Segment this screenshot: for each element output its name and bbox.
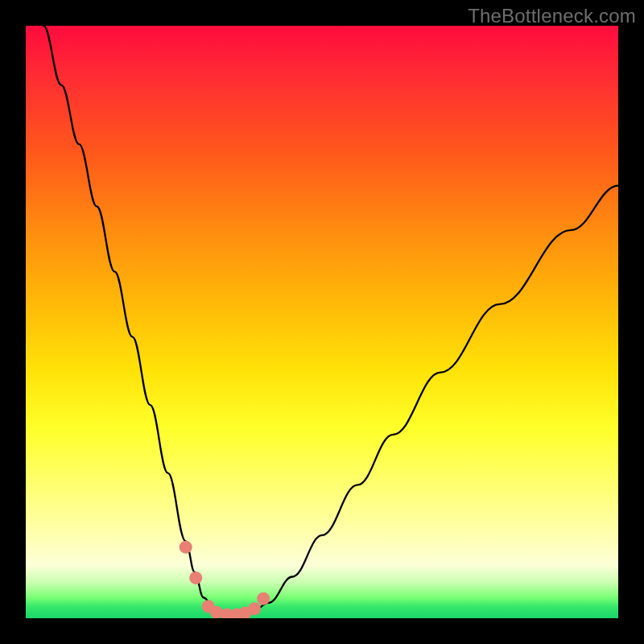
chart-frame: TheBottleneck.com	[0, 0, 644, 644]
watermark-text: TheBottleneck.com	[468, 5, 636, 27]
marker-point	[180, 541, 192, 554]
marker-group	[180, 541, 270, 618]
curve-svg	[26, 26, 618, 618]
marker-point	[257, 592, 270, 605]
marker-point	[248, 602, 261, 615]
plot-area	[26, 26, 618, 618]
marker-point	[189, 572, 202, 584]
bottleneck-curve	[43, 26, 618, 615]
